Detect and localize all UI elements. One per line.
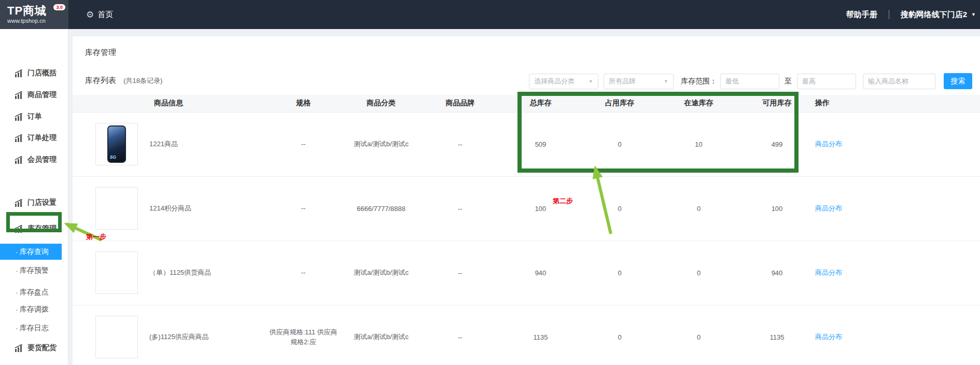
sidebar-item-label: 订单处理 bbox=[27, 133, 57, 143]
product-thumbnail: 5G bbox=[95, 123, 138, 165]
bullet-icon: · bbox=[16, 324, 18, 332]
transit-stock-value: 0 bbox=[659, 241, 739, 305]
sidebar-subitem[interactable]: · 库存盘点 bbox=[0, 287, 68, 298]
select-caret-icon: ▼ bbox=[664, 79, 668, 84]
bullet-icon: · bbox=[16, 288, 18, 297]
occupied-stock-value: 0 bbox=[581, 241, 659, 305]
product-category: 测试a/测试b/测试c bbox=[342, 112, 420, 176]
table-header-row: 商品信息 规格 商品分类 商品品牌 总库存 占用库存 在途库存 可用库存 操作 bbox=[73, 95, 980, 112]
available-stock-value: 940 bbox=[739, 241, 815, 305]
chart-icon bbox=[15, 225, 24, 233]
product-name: 1214积分商品 bbox=[149, 204, 191, 213]
total-stock-value: 940 bbox=[500, 241, 581, 305]
gear-icon: ⚙ bbox=[86, 10, 94, 19]
category-select[interactable]: 选择商品分类 ▼ bbox=[529, 74, 598, 89]
sidebar-item-label: 门店概括 bbox=[27, 68, 57, 78]
bullet-icon: · bbox=[16, 266, 18, 275]
col-header-transit-stock: 在途库存 bbox=[659, 95, 739, 112]
logo-subtitle: www.tpshop.cn bbox=[7, 18, 68, 24]
nav-home[interactable]: ⚙ 首页 bbox=[86, 10, 113, 20]
category-select-value: 选择商品分类 bbox=[534, 77, 575, 86]
total-stock-value: 509 bbox=[500, 112, 581, 176]
to-label: 至 bbox=[785, 77, 792, 86]
sidebar-subitem[interactable]: · 库存查询 bbox=[0, 244, 62, 260]
product-category: 测试a/测试b/测试c bbox=[342, 241, 420, 305]
product-spec: -- bbox=[264, 176, 342, 241]
col-header-spec: 规格 bbox=[264, 95, 342, 112]
sidebar-item[interactable]: 会员管理 bbox=[0, 154, 68, 165]
phone-product-image: 5G bbox=[107, 125, 126, 163]
sidebar-item[interactable]: 要货配货 bbox=[0, 342, 68, 354]
chart-icon bbox=[15, 113, 24, 121]
sidebar-item[interactable]: 门店概括 bbox=[0, 67, 68, 79]
logo[interactable]: TP商城 www.tpshop.cn 3.0 bbox=[0, 0, 68, 29]
product-thumbnail bbox=[95, 251, 138, 294]
col-header-action: 操作 bbox=[815, 95, 980, 112]
filter-bar: 选择商品分类 ▼ 所有品牌 ▼ 库存范围： 至 搜索 bbox=[529, 73, 972, 89]
main-content-card: 库存管理 库存列表 (共18条记录) 选择商品分类 ▼ 所有品牌 ▼ 库存范围：… bbox=[73, 36, 980, 365]
record-count: (共18条记录) bbox=[123, 77, 162, 85]
list-title-line: 库存列表 (共18条记录) bbox=[85, 76, 162, 86]
available-stock-value: 1135 bbox=[739, 305, 815, 365]
chart-icon bbox=[15, 156, 24, 164]
transit-stock-value: 10 bbox=[659, 112, 739, 176]
col-header-product-info: 商品信息 bbox=[73, 95, 264, 112]
sidebar-item[interactable]: 库存管理 bbox=[0, 223, 68, 234]
product-name-input[interactable] bbox=[863, 74, 935, 89]
store-name: 搜豹网络线下门店2 bbox=[901, 10, 967, 20]
product-distribution-link[interactable]: 商品分布 bbox=[815, 269, 842, 276]
sidebar-subitem-label: 库存预警 bbox=[20, 266, 49, 275]
stock-range-label: 库存范围： bbox=[681, 77, 717, 86]
product-brand: -- bbox=[420, 112, 500, 176]
product-name: 1221商品 bbox=[149, 139, 178, 149]
sidebar-item[interactable]: 订单处理 bbox=[0, 132, 68, 144]
chart-icon bbox=[15, 344, 24, 352]
caret-down-icon: ▼ bbox=[971, 12, 976, 17]
list-title: 库存列表 bbox=[85, 76, 116, 85]
col-header-total-stock: 总库存 bbox=[500, 95, 581, 112]
sidebar-item-label: 会员管理 bbox=[27, 155, 57, 164]
chart-icon bbox=[15, 199, 24, 207]
sidebar-subitem[interactable]: · 库存预警 bbox=[0, 265, 68, 276]
product-spec: 供应商规格:111 供应商规格2:应 bbox=[264, 305, 342, 365]
bullet-icon: · bbox=[16, 248, 18, 256]
sidebar: 门店概括 商品管理 订单 bbox=[0, 29, 68, 365]
nav-home-label: 首页 bbox=[97, 10, 113, 20]
sidebar-subitem[interactable]: · 库存日志 bbox=[0, 322, 68, 334]
sidebar-subitem[interactable]: · 库存调拨 bbox=[0, 304, 68, 315]
stock-min-input[interactable] bbox=[720, 74, 779, 89]
product-distribution-link[interactable]: 商品分布 bbox=[815, 333, 842, 341]
version-badge: 3.0 bbox=[53, 4, 65, 10]
sidebar-item-label: 门店设置 bbox=[27, 198, 57, 207]
table-row: 1214积分商品 -- 6666/7777/8888 -- 100 0 0 10… bbox=[73, 176, 980, 241]
sidebar-item[interactable]: 商品管理 bbox=[0, 89, 68, 101]
store-dropdown[interactable]: 搜豹网络线下门店2 ▼ bbox=[901, 10, 976, 20]
sidebar-item-label: 库存管理 bbox=[27, 224, 57, 233]
col-header-occupied-stock: 占用库存 bbox=[581, 95, 659, 112]
select-caret-icon: ▼ bbox=[589, 79, 593, 84]
sidebar-item-label: 订单 bbox=[27, 112, 42, 121]
col-header-category: 商品分类 bbox=[342, 95, 420, 112]
product-thumbnail bbox=[95, 187, 138, 230]
table-row: 5G 1221商品 -- 测试a/测试b/测试c -- 509 0 10 499… bbox=[73, 112, 980, 176]
brand-select[interactable]: 所有品牌 ▼ bbox=[604, 74, 674, 89]
transit-stock-value: 0 bbox=[659, 305, 739, 365]
stock-max-input[interactable] bbox=[797, 74, 856, 89]
chart-icon bbox=[15, 91, 24, 99]
product-spec: -- bbox=[264, 112, 342, 176]
sidebar-item[interactable]: 门店设置 bbox=[0, 197, 68, 208]
occupied-stock-value: 0 bbox=[581, 305, 659, 365]
col-header-brand: 商品品牌 bbox=[420, 95, 500, 112]
product-distribution-link[interactable]: 商品分布 bbox=[815, 140, 842, 148]
sidebar-item[interactable]: 订单 bbox=[0, 111, 68, 122]
sidebar-item-label: 商品管理 bbox=[27, 90, 57, 100]
chart-icon bbox=[15, 69, 24, 77]
bullet-icon: · bbox=[16, 305, 18, 314]
help-manual-link[interactable]: 帮助手册 bbox=[846, 10, 877, 20]
transit-stock-value: 0 bbox=[659, 176, 739, 241]
product-distribution-link[interactable]: 商品分布 bbox=[815, 204, 842, 212]
product-category: 测试a/测试b/测试c bbox=[342, 305, 420, 365]
search-button[interactable]: 搜索 bbox=[944, 73, 972, 89]
sidebar-subitem-label: 库存查询 bbox=[20, 247, 49, 257]
header-divider bbox=[889, 10, 889, 19]
